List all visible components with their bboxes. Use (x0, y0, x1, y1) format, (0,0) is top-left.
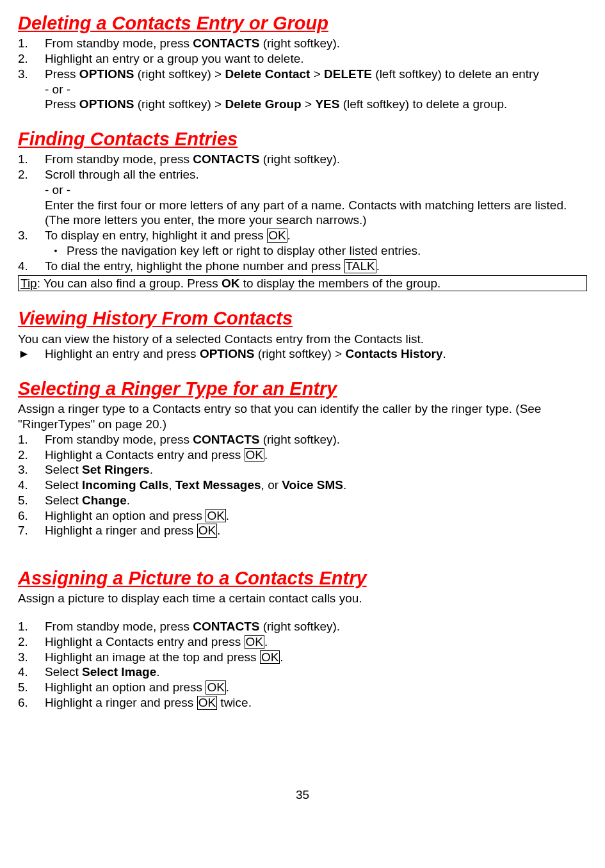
step-body: Select Incoming Calls, Text Messages, or… (45, 478, 587, 493)
step-number: 2. (18, 634, 45, 650)
text: . (280, 650, 283, 664)
step-number: 2. (18, 447, 45, 463)
finding-steps-3: 4. To dial the entry, highlight the phon… (18, 259, 587, 274)
text: Highlight a ringer and press (45, 524, 197, 537)
text: Highlight a Contacts entry and press (45, 448, 245, 462)
step-number: 1. (18, 619, 45, 634)
text: . (127, 494, 130, 507)
text: : You can also find a group. Press (37, 277, 222, 290)
text: . (287, 229, 291, 242)
bold-key: Delete Contact (225, 67, 310, 81)
text: Scroll through all the entries. (45, 167, 587, 182)
text: From standby mode, press (45, 152, 193, 166)
box-key: OK (245, 448, 264, 462)
bold-key: Select Image (82, 665, 156, 679)
bold-key: DELETE (324, 67, 372, 81)
step-number: 2. (18, 51, 45, 67)
bold-key: CONTACTS (193, 620, 259, 633)
text: (right softkey). (259, 152, 340, 166)
text: - or - (45, 82, 587, 97)
picture-steps: 1. From standby mode, press CONTACTS (ri… (18, 619, 587, 711)
text: . (376, 259, 380, 273)
step-number: 1. (18, 36, 45, 51)
box-key: OK (260, 650, 280, 664)
text: Select (45, 494, 82, 507)
step-body: Highlight a ringer and press OK. (45, 523, 587, 538)
bullet-icon: • (45, 243, 67, 259)
text: Highlight an entry and press (45, 347, 200, 360)
step-body: Select Set Ringers. (45, 462, 587, 478)
finding-steps-2: 3. To display en entry, highlight it and… (18, 228, 587, 243)
section-heading-ringer: Selecting a Ringer Type for an Entry (18, 377, 587, 400)
text: , or (261, 478, 282, 492)
text: Select (45, 478, 82, 492)
bold-key: Delete Group (225, 97, 301, 111)
text: Highlight an option and press (45, 680, 206, 694)
box-key: TALK (344, 259, 376, 273)
text: > (302, 97, 316, 111)
text: (right softkey) > (254, 347, 345, 360)
step-body: Highlight an option and press OK. (45, 508, 587, 524)
text: Press (45, 97, 79, 111)
bold-key: OPTIONS (79, 67, 134, 81)
sub-bullet-row: • Press the navigation key left or right… (18, 243, 587, 259)
box-key: OK (206, 509, 225, 523)
text: From standby mode, press (45, 433, 193, 446)
bold-key: OPTIONS (200, 347, 255, 360)
box-key: OK (206, 680, 225, 695)
bold-key: OPTIONS (79, 97, 134, 111)
step-body: Scroll through all the entries. (45, 167, 587, 182)
text: Highlight an entry or a group you want t… (45, 51, 587, 67)
bold-key: Text Messages (175, 478, 261, 492)
section-heading-finding: Finding Contacts Entries (18, 127, 587, 150)
text: (right softkey). (259, 36, 340, 50)
box-key: OK (197, 696, 217, 710)
text: . (343, 478, 346, 492)
step-number: 1. (18, 152, 45, 167)
step-number: 4. (18, 259, 45, 274)
text: to display the members of the group. (240, 277, 441, 290)
step-body: To display en entry, highlight it and pr… (45, 228, 587, 243)
step-body: From standby mode, press CONTACTS (right… (45, 36, 587, 51)
bold-key: OK (222, 277, 240, 290)
text: Enter the first four or more letters of … (45, 198, 587, 229)
text: From standby mode, press (45, 620, 193, 633)
step-body: Highlight an entry or a group you want t… (45, 51, 587, 67)
section-heading-history: Viewing History From Contacts (18, 307, 587, 330)
section-heading-picture: Assigning a Picture to a Contacts Entry (18, 567, 587, 590)
page-number: 35 (18, 787, 587, 803)
tip-label: Tip (20, 277, 37, 290)
step-number: 4. (18, 478, 45, 493)
step-body: Highlight a ringer and press OK twice. (45, 695, 587, 711)
step-body-continuation: - or - Enter the first four or more lett… (18, 182, 587, 228)
text: . (264, 635, 268, 648)
step-body: To dial the entry, highlight the phone n… (45, 259, 587, 274)
text: (right softkey) > (134, 67, 225, 81)
bold-key: Incoming Calls (82, 478, 168, 492)
deleting-steps: 1. From standby mode, press CONTACTS (ri… (18, 36, 587, 112)
text: Highlight a ringer and press (45, 696, 197, 709)
text: > (310, 67, 324, 81)
bold-key: Contacts History (345, 347, 442, 360)
step-number: 3. (18, 67, 45, 82)
arrow-icon: ► (18, 346, 45, 362)
bold-key: Voice SMS (282, 478, 343, 492)
box-key: OK (197, 524, 217, 538)
text: (right softkey) > (134, 97, 225, 111)
box-key: OK (245, 635, 264, 649)
finding-steps: 1. From standby mode, press CONTACTS (ri… (18, 152, 587, 182)
step-number: 5. (18, 680, 45, 695)
intro-text: Assign a ringer type to a Contacts entry… (18, 401, 587, 432)
text: Highlight an image at the top and press (45, 650, 260, 664)
bold-key: Change (82, 494, 127, 507)
step-body: Highlight a Contacts entry and press OK. (45, 634, 587, 650)
bold-key: CONTACTS (193, 36, 259, 50)
text: . (442, 347, 446, 360)
text: . (217, 524, 220, 537)
text: Select (45, 665, 82, 679)
step-number: 3. (18, 228, 45, 243)
step-number: 5. (18, 493, 45, 508)
step-number: 1. (18, 432, 45, 447)
text: , (168, 478, 175, 492)
text: Select (45, 463, 82, 476)
